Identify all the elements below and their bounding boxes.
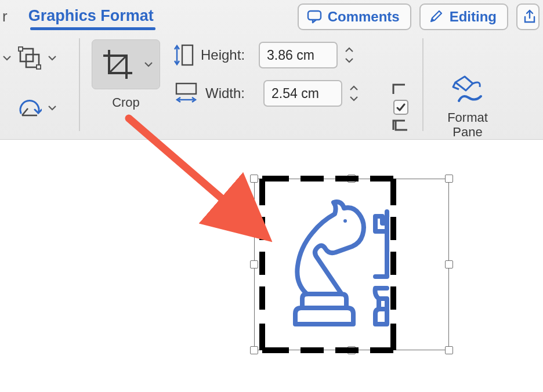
ribbon-body: Crop Height: 3.86 cm [0, 32, 543, 139]
editing-button[interactable]: Editing [419, 3, 508, 30]
svg-rect-4 [37, 65, 41, 69]
format-pane-label-line1: Format [447, 110, 488, 125]
height-spinner[interactable] [345, 46, 354, 64]
header-right-controls: Comments Editing [298, 2, 543, 30]
svg-rect-6 [182, 45, 193, 65]
position-dropdown-fragment[interactable] [0, 42, 79, 74]
selection-handle-top-left[interactable] [250, 175, 258, 183]
chevron-down-icon [46, 52, 58, 64]
left-group-fragment [0, 38, 79, 124]
format-pane-icon [451, 73, 484, 107]
comment-icon [307, 9, 322, 24]
svg-rect-3 [19, 47, 23, 51]
rotate-icon [17, 97, 42, 119]
width-input[interactable]: 2.54 cm [263, 80, 342, 107]
selection-handle-left[interactable] [250, 260, 258, 268]
lock-aspect-checkbox[interactable] [393, 100, 408, 115]
selection-handle-bottom[interactable] [347, 346, 356, 354]
ribbon: r Graphics Format Comments Editing [0, 0, 543, 140]
group-objects-icon [17, 46, 42, 70]
size-group: Height: 3.86 cm Width: 2.54 cm [171, 38, 359, 107]
lock-aspect-corner-top-icon[interactable] [392, 84, 408, 95]
svg-rect-8 [176, 84, 196, 94]
chevron-down-icon [1, 52, 13, 64]
selection-handle-bottom-left[interactable] [250, 346, 258, 354]
chevron-down-icon [143, 59, 154, 70]
height-row: Height: 3.86 cm [173, 42, 359, 68]
width-row: Width: 2.54 cm [173, 80, 359, 107]
chevron-up-icon [345, 46, 354, 53]
dialog-launcher-icon[interactable] [392, 119, 408, 131]
chevron-down-icon [349, 95, 359, 102]
tab-graphics-format[interactable]: Graphics Format [23, 5, 160, 28]
selection-handle-right[interactable] [445, 260, 453, 268]
width-value: 2.54 cm [272, 86, 319, 101]
format-pane-label: Format Pane [447, 110, 488, 140]
format-pane-label-line2: Pane [453, 125, 482, 139]
crop-icon [96, 42, 140, 86]
width-icon [173, 80, 200, 107]
crop-label: Crop [112, 95, 140, 110]
editing-label: Editing [450, 9, 497, 25]
chevron-up-icon [349, 85, 359, 92]
svg-point-10 [343, 219, 347, 223]
format-pane-button[interactable]: Format Pane [435, 73, 500, 140]
chess-pieces-graphic [255, 179, 448, 350]
size-dialog-group [392, 84, 408, 131]
height-input[interactable]: 3.86 cm [259, 42, 338, 68]
crop-button[interactable] [92, 39, 160, 89]
chevron-down-icon [345, 57, 354, 64]
height-value: 3.86 cm [267, 48, 314, 63]
tab-fragment-r[interactable]: r [0, 8, 12, 26]
share-icon [522, 9, 538, 25]
ribbon-tab-bar: r Graphics Format Comments Editing [0, 0, 543, 32]
crop-group: Crop [80, 38, 171, 110]
comments-label: Comments [328, 9, 400, 25]
selected-image-bounding-box[interactable] [254, 179, 449, 350]
chevron-down-icon [46, 102, 58, 114]
width-spinner[interactable] [349, 85, 359, 102]
rotate-dropdown-fragment[interactable] [0, 92, 79, 124]
selection-handle-bottom-right[interactable] [445, 346, 453, 354]
selection-handle-top-right[interactable] [445, 175, 453, 183]
comments-button[interactable]: Comments [298, 3, 411, 30]
share-button[interactable] [516, 3, 540, 30]
pencil-icon [429, 9, 444, 24]
width-label: Width: [205, 85, 258, 101]
height-label: Height: [201, 47, 253, 63]
crop-dropdown-chevron[interactable] [140, 59, 157, 70]
checkmark-icon [396, 102, 406, 112]
svg-line-5 [109, 56, 126, 73]
ribbon-group-divider [422, 38, 423, 131]
tab-active-underline [30, 27, 155, 30]
selection-handle-top[interactable] [347, 175, 356, 183]
height-icon [173, 42, 195, 68]
svg-rect-0 [308, 11, 321, 20]
